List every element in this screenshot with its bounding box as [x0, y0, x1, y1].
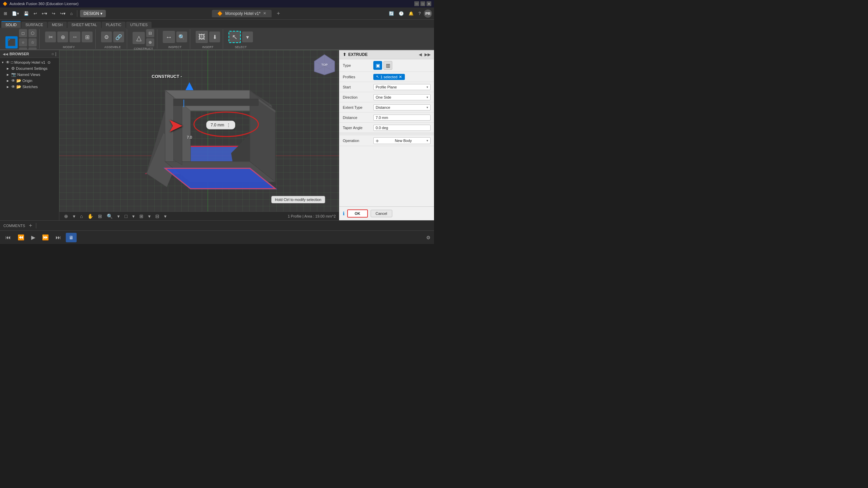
toolbar-home2-btn[interactable]: ⌂ [68, 11, 74, 17]
modify-icon-3[interactable]: ↔ [70, 32, 80, 42]
modify-label[interactable]: MODIFY [63, 45, 75, 49]
info-icon[interactable]: ℹ [343, 211, 344, 216]
assemble-label[interactable]: ASSEMBLE [104, 45, 121, 49]
user-avatar[interactable]: PR [424, 9, 432, 18]
viewport[interactable]: ➤ ▲| 7.0 7.0 mm ⋮ CONSTRUCT - Hold Ctrl … [59, 50, 339, 220]
select-icon-2[interactable]: ▾ [242, 32, 253, 42]
vp-zoom-btn[interactable]: 🔍 [105, 213, 114, 220]
extent-type-select[interactable]: Distance ▾ [373, 104, 431, 110]
operation-select[interactable]: ◈ New Body ▾ [373, 137, 431, 144]
start-select[interactable]: Profile Plane ▾ [373, 84, 431, 90]
refresh-btn[interactable]: 🔄 [387, 11, 396, 17]
comments-add-btn[interactable]: ＋ [28, 222, 33, 229]
insert-icon-2[interactable]: ⬇ [209, 32, 220, 42]
insert-label[interactable]: INSERT [202, 45, 214, 49]
sidebar-collapse-btn[interactable]: ◀◀ [3, 52, 8, 56]
direction-select[interactable]: One Side ▾ [373, 94, 431, 100]
tree-item-4[interactable]: ▶ 👁 📂 Sketches [0, 84, 59, 90]
toolbar-undo-btn[interactable]: ↩ [32, 11, 39, 17]
sidebar-eye-btn[interactable]: ○ [52, 52, 54, 56]
inspect-label[interactable]: INSPECT [168, 45, 181, 49]
profiles-clear-btn[interactable]: ✕ [399, 75, 402, 79]
help-btn[interactable]: ? [417, 11, 422, 17]
ribbon-tab-utilities[interactable]: UTILITIES [126, 22, 152, 28]
vp-orbit-btn[interactable]: ⊕ [63, 213, 70, 220]
vp-view-btn[interactable]: ⊟ [154, 213, 161, 220]
tree-item-2[interactable]: ▶ 📷 Named Views [0, 72, 59, 78]
dimension-tooltip[interactable]: 7.0 mm ⋮ [206, 121, 235, 129]
ribbon-tab-mesh[interactable]: MESH [48, 22, 67, 28]
panel-expand-right-btn[interactable]: ▶▶ [425, 52, 431, 57]
clock-btn[interactable]: 🕐 [397, 11, 406, 17]
cancel-button[interactable]: Cancel [371, 210, 392, 217]
minimize-button[interactable]: ─ [414, 1, 419, 6]
media-skip-fwd-btn[interactable]: ⏭ [54, 233, 63, 242]
select-label[interactable]: SELECT [235, 45, 246, 49]
ribbon-tabs: SOLID SURFACE MESH SHEET METAL PLASTIC U… [0, 20, 434, 28]
construct-icon-3[interactable]: ⊕ [146, 38, 154, 46]
inspect-icon-1[interactable]: ↔ [163, 31, 175, 43]
new-tab-btn[interactable]: ＋ [276, 10, 281, 17]
profiles-select-btn[interactable]: ↖ 1 selected ✕ [373, 74, 405, 80]
vp-display-dropdown-btn[interactable]: ▾ [131, 213, 136, 220]
close-button[interactable]: ✕ [427, 1, 431, 6]
ribbon-tab-sheet[interactable]: SHEET METAL [67, 22, 101, 28]
media-screen-btn[interactable]: 🖥 [66, 233, 77, 242]
media-prev-btn[interactable]: ⏪ [16, 233, 26, 242]
assemble-icon-1[interactable]: ⚙ [101, 32, 112, 42]
tree-item-3[interactable]: ▶ 👁 📂 Origin [0, 78, 59, 84]
vp-zoom-dropdown-btn[interactable]: ▾ [116, 213, 121, 220]
toolbar-redo-btn[interactable]: ↪ [50, 11, 57, 17]
bell-btn[interactable]: 🔔 [407, 11, 415, 17]
assemble-icon-2[interactable]: 🔗 [113, 32, 124, 42]
type-thin-btn[interactable]: ▥ [383, 61, 392, 70]
inspect-icon-2[interactable]: 🔍 [176, 32, 187, 42]
vp-pan-btn[interactable]: ✋ [86, 213, 95, 220]
construct-icon-2[interactable]: ⊟ [146, 29, 154, 37]
title-bar-controls[interactable]: ─ □ ✕ [414, 1, 431, 6]
panel-expand-left-btn[interactable]: ◀ [419, 52, 422, 57]
create-icon-4[interactable]: ⬡ [28, 29, 37, 37]
ok-button[interactable]: OK [347, 209, 368, 218]
select-icon-1[interactable]: ↖ [229, 31, 241, 43]
media-skip-back-btn[interactable]: ⏮ [3, 233, 13, 242]
ribbon-tab-plastic[interactable]: PLASTIC [102, 22, 125, 28]
modify-icon-2[interactable]: ⊕ [57, 32, 68, 42]
toolbar-home-btn[interactable]: ⊞ [2, 11, 9, 17]
tree-item-1[interactable]: ▶ ⚙ Document Settings [0, 65, 59, 72]
toolbar-file-btn[interactable]: 📄▾ [10, 11, 21, 17]
vp-grid-btn[interactable]: ⊞ [138, 213, 145, 220]
ribbon-tab-solid[interactable]: SOLID [1, 21, 21, 28]
sidebar-pin-btn[interactable]: | [55, 52, 56, 56]
modify-icon-1[interactable]: ✂ [45, 32, 56, 42]
vp-fit-btn[interactable]: ⊞ [97, 213, 103, 220]
create-icon-1[interactable]: ◻ [19, 29, 27, 37]
vp-home-btn[interactable]: ⌂ [79, 213, 84, 220]
taper-input[interactable] [373, 125, 431, 131]
type-solid-btn[interactable]: ▣ [373, 61, 382, 70]
media-next-btn[interactable]: ⏩ [40, 233, 51, 242]
media-settings-btn[interactable]: ⚙ [426, 235, 431, 240]
insert-icon-1[interactable]: 🖼 [196, 31, 208, 43]
create-icon-5[interactable]: ☆ [28, 38, 37, 46]
navcube[interactable]: TOP [313, 53, 336, 77]
vp-view-dropdown-btn[interactable]: ▾ [163, 213, 168, 220]
vp-orbit-dropdown-btn[interactable]: ▾ [72, 213, 77, 220]
tab-close-btn[interactable]: ✕ [263, 11, 266, 16]
construct-icon-1[interactable]: △ [133, 32, 145, 44]
distance-input[interactable] [373, 115, 431, 121]
media-play-btn[interactable]: ▶ [29, 233, 37, 242]
modify-icon-4[interactable]: ⊞ [82, 32, 93, 42]
toolbar-redo2-btn[interactable]: ↪▾ [58, 11, 67, 17]
tooltip-more-btn[interactable]: ⋮ [226, 122, 231, 128]
design-button[interactable]: DESIGN ▾ [80, 10, 106, 17]
maximize-button[interactable]: □ [420, 1, 425, 6]
create-icon-2[interactable]: ○ [19, 38, 27, 46]
vp-grid-dropdown-btn[interactable]: ▾ [147, 213, 152, 220]
toolbar-save-btn[interactable]: 💾 [22, 11, 31, 17]
tree-item-0[interactable]: ▼ 👁 □ Monopoly Hotel v1 ⊙ [0, 59, 59, 65]
create-extrude-icon[interactable]: ⬛ [5, 36, 18, 48]
ribbon-tab-surface[interactable]: SURFACE [21, 22, 47, 28]
vp-display-btn[interactable]: □ [123, 213, 129, 220]
toolbar-undo2-btn[interactable]: ↩▾ [40, 11, 49, 17]
